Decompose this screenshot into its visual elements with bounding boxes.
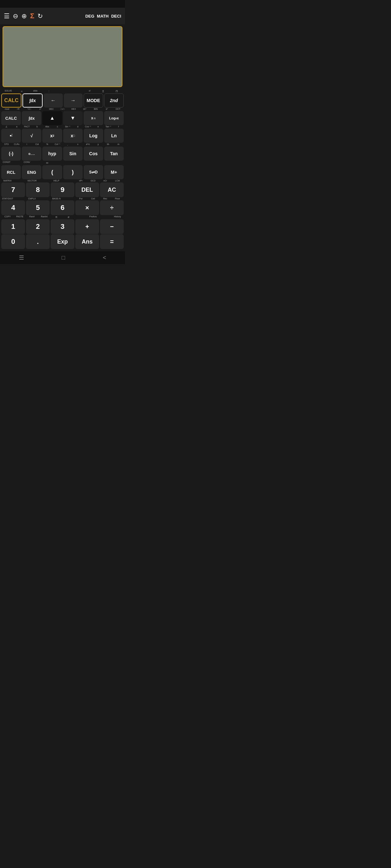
eng-button[interactable]: ENG bbox=[22, 165, 41, 179]
sub-empty7 bbox=[73, 161, 82, 164]
1-button[interactable]: 1 bbox=[1, 219, 25, 234]
mode-deci[interactable]: DECI bbox=[111, 14, 121, 19]
nav-menu-icon[interactable]: ☰ bbox=[19, 254, 24, 261]
sub-npr: nPr bbox=[75, 180, 86, 182]
degree-button[interactable]: o‥‥ bbox=[22, 147, 41, 161]
mplus-button[interactable]: M+ bbox=[104, 165, 124, 179]
sd-button[interactable]: S⇌D bbox=[84, 165, 103, 179]
8-button[interactable]: 8 bbox=[26, 182, 50, 197]
alpha-button[interactable]: ∫dx bbox=[22, 93, 43, 107]
calc-button[interactable]: CALC bbox=[1, 111, 21, 125]
dot-button[interactable]: . bbox=[26, 234, 50, 249]
rparen-button[interactable]: ) bbox=[63, 165, 83, 179]
sub-sto: STO bbox=[2, 143, 11, 146]
3-button[interactable]: 3 bbox=[51, 219, 74, 234]
log-button[interactable]: Log bbox=[84, 129, 103, 143]
sub-stat: STAT/DIST bbox=[2, 197, 13, 200]
sub-colon: : bbox=[43, 90, 55, 93]
sub-labels-row5: MATRIX VECTOR HELP nPr GCD nCr LCM bbox=[1, 180, 124, 182]
sqrt-button[interactable]: √ bbox=[22, 129, 41, 143]
hyp-button[interactable]: hyp bbox=[42, 147, 62, 161]
ln-button[interactable]: Ln bbox=[104, 129, 124, 143]
sub-empty1 bbox=[56, 90, 68, 93]
mode-button[interactable]: MODE bbox=[84, 93, 103, 107]
2nd-button[interactable]: 2nd bbox=[104, 93, 124, 107]
up-button[interactable]: ▲ bbox=[42, 111, 62, 125]
left-arrow-button[interactable]: ← bbox=[44, 93, 62, 107]
sub-angle: ∠ bbox=[2, 125, 11, 128]
xinv-button[interactable]: x-1 bbox=[84, 111, 103, 125]
ac-button[interactable]: AC bbox=[100, 182, 124, 197]
sub-empty5 bbox=[53, 161, 62, 164]
integral-button[interactable]: ∫dx bbox=[22, 111, 41, 125]
sub-empty11 bbox=[114, 161, 123, 164]
plus-circle-icon[interactable]: ⊕ bbox=[22, 12, 27, 20]
0-button[interactable]: 0 bbox=[1, 234, 25, 249]
sub-cotinv: Cot⁻¹ bbox=[53, 143, 62, 146]
sub-solve: SOLVE bbox=[2, 90, 15, 93]
fraction-button[interactable]: ▪▪ bbox=[1, 129, 21, 143]
sub-clrv: CLRv bbox=[12, 143, 22, 146]
sigma-icon[interactable]: Σ bbox=[30, 12, 34, 20]
sub-empty6 bbox=[63, 161, 73, 164]
sub-euler: e bbox=[63, 215, 74, 219]
row-calc: CALC ∫dx ▲ ▼ x-1 Logax bbox=[1, 111, 124, 125]
cos-button[interactable]: Cos bbox=[84, 147, 103, 161]
sub-ncr: nCr bbox=[100, 180, 111, 182]
divide-button[interactable]: ÷ bbox=[100, 200, 124, 215]
nav-home-icon[interactable]: □ bbox=[61, 254, 65, 261]
sub-labels-row3: STO CLRv i Cot % Cot⁻¹ , x aᵇ/c y M- m bbox=[1, 143, 124, 146]
sub-taninv: Tan⁻¹ bbox=[104, 125, 113, 128]
mode-deg[interactable]: DEG bbox=[85, 14, 94, 19]
tan-button[interactable]: Tan bbox=[104, 147, 124, 161]
sub-conv: CONV bbox=[22, 161, 32, 164]
nav-back-icon[interactable]: < bbox=[103, 254, 106, 261]
sub-pol: Pol bbox=[75, 197, 86, 200]
2-button[interactable]: 2 bbox=[26, 219, 50, 234]
equals-button[interactable]: = bbox=[100, 234, 124, 249]
sub-mminus: M- bbox=[104, 143, 113, 146]
refresh-icon[interactable]: ↻ bbox=[37, 12, 43, 20]
exp-button[interactable]: Exp bbox=[51, 234, 74, 249]
neg-button[interactable]: (-) bbox=[1, 147, 21, 161]
xpow-button[interactable]: x□ bbox=[63, 129, 83, 143]
menu-icon[interactable]: ☰ bbox=[4, 12, 9, 20]
sub-ceil: Ceil bbox=[87, 197, 99, 200]
right-arrow-button[interactable]: → bbox=[64, 93, 83, 107]
sub-ex: eˣ bbox=[102, 108, 112, 111]
sub-empty13 bbox=[38, 180, 50, 182]
sub-e: e bbox=[93, 125, 103, 128]
9-button[interactable]: 9 bbox=[51, 182, 74, 197]
sub-vector: VECTOR bbox=[26, 180, 37, 182]
ans-button[interactable]: Ans bbox=[75, 234, 99, 249]
sub-a: a bbox=[12, 125, 22, 128]
sub-eq: = bbox=[16, 90, 28, 93]
sub-empty8 bbox=[83, 161, 93, 164]
down-button[interactable]: ▼ bbox=[63, 111, 83, 125]
row-shift-alpha: CALC ∫dx ← → MODE 2nd bbox=[1, 93, 124, 107]
sub-empty16 bbox=[38, 197, 50, 200]
sub-labels-row0: SOLVE = d/dx : x! Σ Π bbox=[1, 90, 124, 93]
sub-empty14 bbox=[63, 180, 74, 182]
del-button[interactable]: DEL bbox=[75, 182, 99, 197]
shift-button[interactable]: CALC bbox=[1, 93, 22, 107]
multiply-button[interactable]: × bbox=[75, 200, 99, 215]
plus-button[interactable]: + bbox=[75, 219, 99, 234]
rcl-button[interactable]: RCL bbox=[1, 165, 21, 179]
sub-inf: ∞ bbox=[43, 161, 52, 164]
minus-button[interactable]: − bbox=[100, 219, 124, 234]
sin-button[interactable]: Sin bbox=[63, 147, 83, 161]
sub-empty9 bbox=[93, 161, 103, 164]
lparen-button[interactable]: ( bbox=[42, 165, 62, 179]
logax-button[interactable]: Logax bbox=[104, 111, 124, 125]
minus-circle-icon[interactable]: ⊖ bbox=[13, 12, 18, 20]
sub-prans: PreAns bbox=[87, 215, 99, 219]
6-button[interactable]: 6 bbox=[51, 200, 74, 215]
sub-mod: mod bbox=[2, 108, 12, 111]
5-button[interactable]: 5 bbox=[26, 200, 50, 215]
7-button[interactable]: 7 bbox=[1, 182, 25, 197]
mode-math[interactable]: MATH bbox=[97, 14, 109, 19]
sub-f: f bbox=[114, 125, 123, 128]
4-button[interactable]: 4 bbox=[1, 200, 25, 215]
x2-button[interactable]: x2 bbox=[42, 129, 62, 143]
